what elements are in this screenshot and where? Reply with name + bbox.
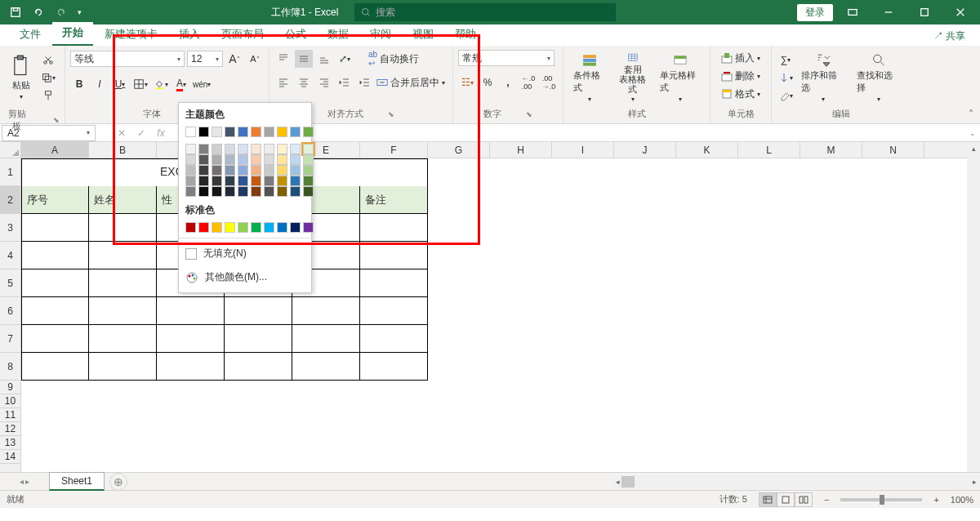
align-top-icon[interactable] bbox=[274, 50, 292, 68]
share-button[interactable]: ↗ 共享 bbox=[927, 27, 972, 46]
row-head-5[interactable]: 5 bbox=[0, 269, 20, 297]
clipboard-dialog-icon[interactable]: ⬊ bbox=[53, 116, 60, 124]
font-shrink-icon[interactable]: A˅ bbox=[246, 50, 264, 68]
color-swatch[interactable] bbox=[238, 222, 248, 233]
color-swatch[interactable] bbox=[303, 154, 314, 165]
color-swatch[interactable] bbox=[198, 127, 209, 137]
cell-C7[interactable] bbox=[157, 325, 225, 353]
view-normal-icon[interactable] bbox=[759, 492, 777, 507]
color-swatch[interactable] bbox=[264, 186, 274, 197]
redo-icon[interactable] bbox=[51, 2, 72, 23]
tab-file[interactable]: 文件 bbox=[10, 24, 51, 46]
color-swatch[interactable] bbox=[198, 186, 209, 197]
cell-D8[interactable] bbox=[225, 353, 292, 381]
sheet-nav[interactable]: ◂ ▸ bbox=[0, 477, 49, 486]
color-swatch[interactable] bbox=[185, 165, 196, 176]
font-name-combo[interactable]: 等线▾ bbox=[70, 51, 185, 67]
paste-button[interactable]: 粘贴 ▾ bbox=[5, 49, 38, 106]
save-icon[interactable] bbox=[5, 2, 26, 23]
number-dialog-icon[interactable]: ⬊ bbox=[526, 110, 532, 118]
color-swatch[interactable] bbox=[198, 176, 209, 186]
color-swatch[interactable] bbox=[185, 144, 196, 154]
cell-E6[interactable] bbox=[292, 297, 360, 325]
orientation-icon[interactable]: ⤢▾ bbox=[336, 50, 354, 68]
cell-B6[interactable] bbox=[89, 297, 157, 325]
underline-button[interactable]: U ▾ bbox=[111, 75, 129, 93]
table-format-button[interactable]: 套用 表格格式▾ bbox=[612, 49, 653, 106]
color-swatch[interactable] bbox=[238, 165, 248, 176]
color-swatch[interactable] bbox=[264, 127, 274, 137]
color-swatch[interactable] bbox=[225, 127, 235, 137]
color-swatch[interactable] bbox=[303, 144, 314, 154]
color-swatch[interactable] bbox=[277, 176, 287, 186]
number-format-combo[interactable]: 常规▾ bbox=[458, 50, 555, 66]
color-swatch[interactable] bbox=[264, 154, 274, 165]
cell-A8[interactable] bbox=[21, 353, 89, 381]
color-swatch[interactable] bbox=[290, 154, 301, 165]
cell-D6[interactable] bbox=[225, 297, 292, 325]
col-head-I[interactable]: I bbox=[552, 142, 614, 158]
increase-decimal-icon[interactable]: ←.0.00 bbox=[519, 73, 537, 91]
insert-cells-button[interactable]: 插入▾ bbox=[715, 49, 766, 67]
color-swatch[interactable] bbox=[212, 165, 222, 176]
cell-B7[interactable] bbox=[89, 325, 157, 353]
view-pagebreak-icon[interactable] bbox=[795, 492, 813, 507]
color-swatch[interactable] bbox=[225, 222, 235, 233]
insert-function-icon[interactable]: fx bbox=[151, 125, 171, 141]
color-swatch[interactable] bbox=[251, 165, 261, 176]
more-colors-option[interactable]: 其他颜色(M)... bbox=[179, 265, 311, 289]
align-right-icon[interactable] bbox=[315, 73, 333, 91]
cell-B4[interactable] bbox=[89, 242, 157, 269]
row-head-12[interactable]: 12 bbox=[0, 422, 20, 436]
maximize-icon[interactable] bbox=[908, 0, 941, 24]
color-swatch[interactable] bbox=[185, 127, 196, 137]
color-swatch[interactable] bbox=[185, 222, 196, 233]
cell-A4[interactable] bbox=[21, 242, 89, 269]
color-swatch[interactable] bbox=[212, 186, 222, 197]
zoom-slider[interactable] bbox=[840, 498, 922, 501]
color-swatch[interactable] bbox=[277, 154, 287, 165]
row-head-9[interactable]: 9 bbox=[0, 381, 20, 394]
align-dialog-icon[interactable]: ⬊ bbox=[388, 110, 394, 118]
col-head-B[interactable]: B bbox=[89, 142, 157, 158]
row-head-14[interactable]: 14 bbox=[0, 450, 20, 464]
col-head-L[interactable]: L bbox=[738, 142, 800, 158]
zoom-in-icon[interactable]: + bbox=[933, 495, 938, 505]
cell-D7[interactable] bbox=[225, 325, 292, 353]
cell-F5[interactable] bbox=[360, 269, 428, 297]
cell-C8[interactable] bbox=[157, 353, 225, 381]
expand-formula-bar-icon[interactable]: ⌄ bbox=[965, 129, 980, 137]
tab-data[interactable]: 数据 bbox=[318, 24, 359, 46]
color-swatch[interactable] bbox=[290, 165, 301, 176]
row-head-10[interactable]: 10 bbox=[0, 394, 20, 408]
color-swatch[interactable] bbox=[238, 176, 248, 186]
format-painter-icon[interactable] bbox=[39, 87, 57, 105]
color-swatch[interactable] bbox=[277, 186, 287, 197]
align-left-icon[interactable] bbox=[274, 73, 292, 91]
cell-A2[interactable]: 序号 bbox=[21, 186, 89, 214]
fill-icon[interactable]: ▾ bbox=[777, 69, 795, 87]
col-head-N[interactable]: N bbox=[862, 142, 924, 158]
tab-insert[interactable]: 插入 bbox=[169, 24, 210, 46]
color-swatch[interactable] bbox=[238, 144, 248, 154]
conditional-format-button[interactable]: 条件格式▾ bbox=[568, 49, 610, 106]
cell-B3[interactable] bbox=[89, 214, 157, 242]
indent-decrease-icon[interactable] bbox=[336, 73, 354, 91]
color-swatch[interactable] bbox=[290, 186, 301, 197]
cell-F3[interactable] bbox=[360, 214, 428, 242]
color-swatch[interactable] bbox=[251, 154, 261, 165]
col-head-K[interactable]: K bbox=[676, 142, 738, 158]
pinyin-button[interactable]: wén▾ bbox=[193, 75, 211, 93]
horizontal-scrollbar[interactable]: ◂ ▸ bbox=[612, 475, 980, 488]
col-head-J[interactable]: J bbox=[614, 142, 676, 158]
fill-color-button[interactable]: ▾ bbox=[152, 75, 170, 93]
close-icon[interactable] bbox=[944, 0, 977, 24]
col-head-A[interactable]: A bbox=[21, 142, 89, 158]
border-button[interactable]: ▾ bbox=[131, 75, 149, 93]
enter-formula-icon[interactable]: ✓ bbox=[131, 125, 151, 141]
cell-F6[interactable] bbox=[360, 297, 428, 325]
percent-icon[interactable]: % bbox=[479, 73, 497, 91]
align-bottom-icon[interactable] bbox=[315, 50, 333, 68]
color-swatch[interactable] bbox=[212, 222, 222, 233]
color-swatch[interactable] bbox=[264, 176, 274, 186]
